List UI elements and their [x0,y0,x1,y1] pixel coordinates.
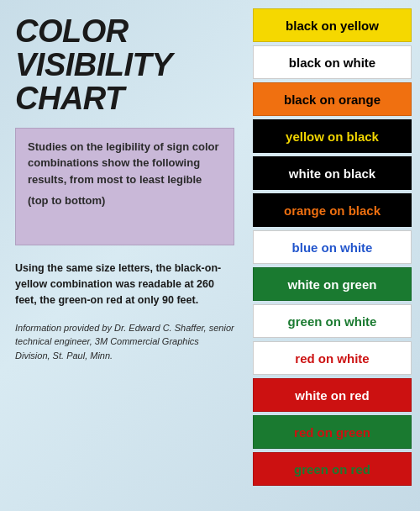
color-bar-green-on-white: green on white [253,304,412,338]
right-column: black on yellowblack on whiteblack on or… [248,0,420,511]
page-container: COLOR VISIBILITY CHART Studies on the le… [0,0,420,511]
color-bar-blue-on-white: blue on white [253,230,412,264]
citation-text: Information provided by Dr. Edward C. Sh… [15,321,234,363]
title-line3: CHART [15,81,124,116]
bottom-text: Using the same size letters, the black-o… [15,261,234,309]
color-bar-red-on-white: red on white [253,341,412,375]
color-bar-white-on-green: white on green [253,267,412,301]
title-line2: VISIBILITY [15,47,172,82]
color-bar-yellow-on-black: yellow on black [253,119,412,153]
description-sub: (top to bottom) [28,194,222,207]
color-bar-orange-on-black: orange on black [253,193,412,227]
color-bar-black-on-white: black on white [253,45,412,79]
description-box: Studies on the legibility of sign color … [15,128,234,245]
color-bar-white-on-black: white on black [253,156,412,190]
color-bar-white-on-red: white on red [253,378,412,412]
left-column: COLOR VISIBILITY CHART Studies on the le… [0,0,248,511]
color-bar-green-on-red: green on red [253,452,412,486]
color-bar-black-on-orange: black on orange [253,82,412,116]
color-bar-black-on-yellow: black on yellow [253,8,412,42]
chart-title: COLOR VISIBILITY CHART [15,15,234,116]
description-text: Studies on the legibility of sign color … [28,139,222,188]
color-bar-red-on-green: red on green [253,415,412,449]
title-line1: COLOR [15,13,129,49]
